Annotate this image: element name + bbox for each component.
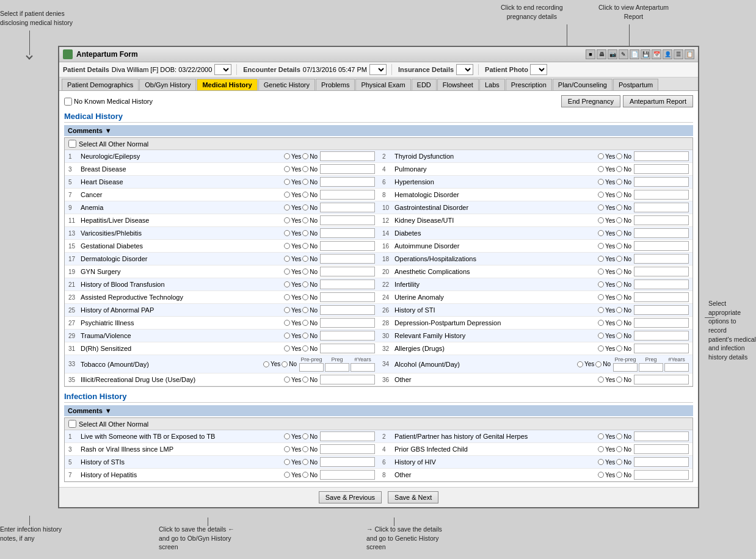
radio-no-13[interactable]: [302, 230, 308, 236]
toolbar-icon-2[interactable]: 🖶: [597, 49, 606, 59]
encounter-select[interactable]: [369, 64, 387, 75]
radio-no-7[interactable]: [302, 192, 308, 198]
radio-yes-12[interactable]: [598, 217, 604, 223]
radio-no-14[interactable]: [616, 230, 622, 236]
inf-radio-yes-2[interactable]: [598, 433, 604, 439]
radio-no-19[interactable]: [302, 269, 308, 275]
input-25[interactable]: [320, 305, 375, 315]
radio-yes-29[interactable]: [284, 333, 290, 339]
inf-input-3[interactable]: [320, 444, 375, 454]
inf-input-5[interactable]: [320, 457, 375, 467]
save-previous-button[interactable]: Save & Previous: [319, 491, 382, 503]
inf-radio-no-7[interactable]: [302, 472, 308, 478]
toolbar-icon-8[interactable]: 👤: [663, 49, 672, 59]
radio-no-11[interactable]: [302, 217, 308, 223]
radio-no-31[interactable]: [302, 345, 308, 352]
radio-yes-32[interactable]: [598, 345, 604, 352]
input-26[interactable]: [634, 305, 689, 315]
select-all-checkbox[interactable]: [68, 140, 76, 148]
input-31[interactable]: [320, 344, 375, 353]
input-18[interactable]: [634, 254, 689, 264]
radio-no-6[interactable]: [616, 179, 622, 185]
radio-no-27[interactable]: [302, 320, 308, 326]
radio-no-26[interactable]: [616, 307, 622, 313]
radio-yes-2[interactable]: [598, 153, 604, 159]
tab-demographics[interactable]: Patient Demographics: [62, 79, 139, 90]
inf-radio-yes-7[interactable]: [284, 472, 290, 478]
inf-input-6[interactable]: [634, 457, 689, 467]
radio-no-16[interactable]: [616, 243, 622, 249]
input-years-33[interactable]: [351, 363, 375, 372]
input-23[interactable]: [320, 292, 375, 302]
radio-yes-25[interactable]: [284, 307, 290, 313]
inf-radio-yes-8[interactable]: [598, 472, 604, 478]
toolbar-icon-5[interactable]: 📄: [630, 49, 639, 59]
tab-medical[interactable]: Medical History: [197, 79, 257, 90]
input-13[interactable]: [320, 228, 375, 238]
radio-yes-21[interactable]: [284, 281, 290, 287]
toolbar-icon-7[interactable]: 📅: [652, 49, 661, 59]
input-7[interactable]: [320, 190, 375, 200]
input-21[interactable]: [320, 280, 375, 289]
radio-yes-19[interactable]: [284, 269, 290, 275]
toolbar-icon-9[interactable]: ☰: [674, 49, 683, 59]
tab-plan[interactable]: Plan/Counseling: [553, 79, 612, 90]
toolbar-icon-4[interactable]: ✎: [619, 49, 628, 59]
toolbar-icon-10[interactable]: 📋: [685, 49, 694, 59]
radio-yes-18[interactable]: [598, 256, 604, 262]
radio-no-4[interactable]: [616, 166, 622, 172]
no-known-medical-label[interactable]: No Known Medical History: [64, 98, 153, 106]
tab-prescription[interactable]: Prescription: [506, 79, 552, 90]
radio-no-34[interactable]: [595, 361, 602, 367]
inf-radio-no-1[interactable]: [302, 433, 308, 439]
input-29[interactable]: [320, 331, 375, 341]
input-2[interactable]: [634, 151, 689, 161]
radio-no-23[interactable]: [302, 294, 308, 300]
input-19[interactable]: [320, 267, 375, 276]
radio-yes-35[interactable]: [284, 377, 290, 383]
end-pregnancy-button[interactable]: End Pregnancy: [561, 95, 620, 107]
radio-yes-14[interactable]: [598, 230, 604, 236]
radio-yes-34[interactable]: [577, 361, 583, 367]
infection-comments-dropdown-icon[interactable]: ▼: [105, 407, 112, 414]
radio-yes-16[interactable]: [598, 243, 604, 249]
inf-radio-no-8[interactable]: [616, 472, 622, 478]
radio-no-2[interactable]: [616, 153, 622, 159]
input-17[interactable]: [320, 254, 375, 264]
radio-no-5[interactable]: [302, 179, 308, 185]
toolbar-icon-3[interactable]: 📷: [608, 49, 617, 59]
input-11[interactable]: [320, 215, 375, 225]
radio-no-21[interactable]: [302, 281, 308, 287]
insurance-select[interactable]: [456, 64, 473, 75]
infection-select-all-checkbox[interactable]: [68, 420, 76, 428]
radio-no-12[interactable]: [616, 217, 622, 223]
inf-input-8[interactable]: [634, 470, 689, 480]
input-22[interactable]: [634, 280, 689, 289]
inf-radio-no-2[interactable]: [616, 433, 622, 439]
input-36[interactable]: [634, 375, 689, 384]
input-35[interactable]: [320, 375, 375, 384]
radio-no-29[interactable]: [302, 333, 308, 339]
radio-no-25[interactable]: [302, 307, 308, 313]
input-9[interactable]: [320, 203, 375, 212]
radio-yes-26[interactable]: [598, 307, 604, 313]
radio-no-3[interactable]: [302, 166, 308, 172]
radio-yes-10[interactable]: [598, 204, 604, 211]
tab-genetic[interactable]: Genetic History: [258, 79, 315, 90]
tab-flowsheet[interactable]: Flowsheet: [437, 79, 479, 90]
tab-edd[interactable]: EDD: [412, 79, 437, 90]
input-3[interactable]: [320, 164, 375, 174]
radio-yes-20[interactable]: [598, 269, 604, 275]
radio-no-33[interactable]: [282, 361, 288, 367]
radio-yes-23[interactable]: [284, 294, 290, 300]
radio-yes-27[interactable]: [284, 320, 290, 326]
input-14[interactable]: [634, 228, 689, 238]
inf-radio-no-4[interactable]: [616, 446, 622, 452]
input-years-34[interactable]: [664, 363, 689, 372]
inf-radio-no-5[interactable]: [302, 459, 308, 465]
input-12[interactable]: [634, 215, 689, 225]
radio-yes-30[interactable]: [598, 333, 604, 339]
radio-yes-7[interactable]: [284, 192, 290, 198]
input-30[interactable]: [634, 331, 689, 341]
input-24[interactable]: [634, 292, 689, 302]
